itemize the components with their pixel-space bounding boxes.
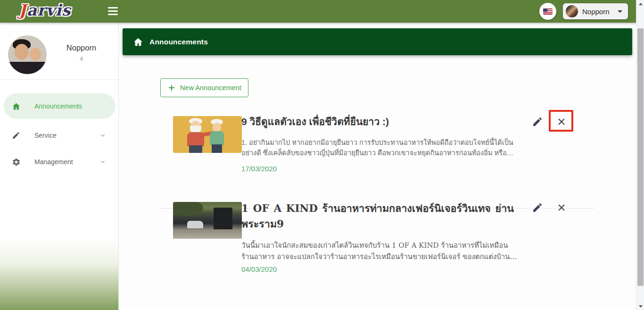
scroll-up-arrow-icon[interactable] <box>636 0 644 8</box>
user-menu-button[interactable]: Nopporn <box>563 3 628 19</box>
chevron-down-icon <box>99 159 106 165</box>
sidebar-divider <box>0 79 118 80</box>
logo-letter: J <box>19 1 27 19</box>
topbar: Jarvis Nopporn <box>0 0 644 23</box>
profile-count: 4 <box>47 55 116 62</box>
edit-button[interactable] <box>531 201 544 214</box>
edit-button[interactable] <box>531 116 544 128</box>
profile-avatar <box>8 35 47 74</box>
announcement-body: 1. อย่ากินมากไป หากอยากมีอายุยืนยาว การร… <box>241 137 516 158</box>
announcement-title: 1 OF A KIND ร้านอาหารท่ามกลางเฟอร์นิเจอร… <box>241 201 514 232</box>
gear-icon <box>11 157 21 167</box>
announcement-thumbnail <box>173 116 242 153</box>
sidebar-item-label: Service <box>34 132 99 139</box>
new-announcement-label: New Announcement <box>180 84 241 92</box>
app-window: Jarvis Nopporn Nopporn 4 Announcements <box>0 0 644 310</box>
logo-rest: arvis <box>27 1 71 19</box>
sidebar-item-management[interactable]: Management <box>4 149 116 175</box>
menu-toggle-icon[interactable] <box>108 7 118 16</box>
jarvis-logo: Jarvis <box>19 1 71 19</box>
sidebar-item-announcements[interactable]: Announcements <box>4 93 116 119</box>
home-icon <box>11 101 21 111</box>
highlight-box-annotation <box>549 110 573 132</box>
us-flag-icon <box>543 8 553 15</box>
announcement-thumbnail <box>173 202 242 239</box>
new-announcement-button[interactable]: New Announcement <box>160 78 248 97</box>
announcement-body: วันนี้มาเอาใจนักสะสมของเก่าสไตล์วินเทจกั… <box>241 240 518 262</box>
vertical-scrollbar[interactable] <box>636 0 644 310</box>
home-icon <box>133 37 143 47</box>
sidebar-item-label: Management <box>34 158 99 166</box>
user-avatar <box>566 5 578 17</box>
sidebar-item-label: Announcements <box>34 102 106 110</box>
announcement-title: 9 วิธีดูแลตัวเอง เพื่อชีวิตที่ยืนยาว :) <box>241 115 520 129</box>
user-name: Nopporn <box>582 8 618 16</box>
scrollbar-thumb[interactable] <box>637 28 644 286</box>
chevron-down-icon <box>99 132 106 139</box>
pencil-icon <box>11 131 21 140</box>
sidebar-item-service[interactable]: Service <box>4 123 116 148</box>
sidebar: Nopporn 4 Announcements Service Manageme… <box>0 23 119 310</box>
announcement-date: 17/03/2020 <box>241 165 277 173</box>
profile-name: Nopporn <box>47 43 116 52</box>
chevron-down-icon <box>618 10 622 13</box>
page-title: Announcements <box>149 38 208 46</box>
delete-button[interactable] <box>555 201 568 214</box>
main-content: Announcements New Announcement 9 วิธีดูแ… <box>119 23 636 310</box>
language-selector-button[interactable] <box>539 3 556 20</box>
page-header: Announcements <box>123 28 632 55</box>
plus-icon <box>167 84 176 92</box>
scroll-down-arrow-icon[interactable] <box>636 302 644 310</box>
announcement-date: 04/03/2020 <box>241 265 277 273</box>
